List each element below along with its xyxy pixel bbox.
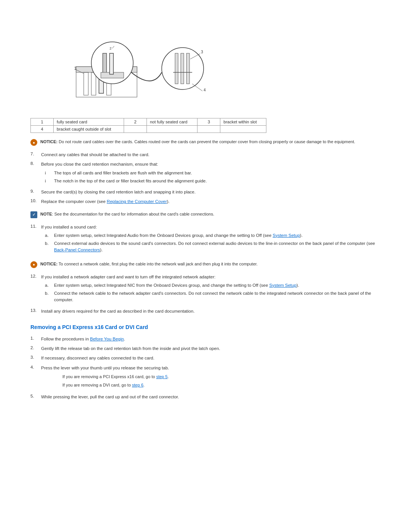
removal-step-4-note-1-before: If you are removing a PCI Express x16 ca… — [62, 374, 156, 379]
installation-diagram: 1 2 3 4 — [53, 11, 381, 110]
step-11-sub-a-after: ). — [300, 233, 303, 238]
removal-step-4-note-1-link[interactable]: step 5 — [156, 374, 167, 379]
step-12-sub-a: a. Enter system setup, select Integrated… — [45, 282, 381, 289]
step-8-sub-1: i The tops of all cards and filler brack… — [45, 170, 381, 176]
removal-step-4-note-1-after: . — [167, 374, 169, 379]
step-8-text: Before you close the card retention mech… — [41, 162, 158, 166]
step-12-text: If you installed a network adapter card … — [41, 275, 215, 279]
step-11-sub-b-before: Connect external audio devices to the so… — [54, 241, 375, 246]
step-11-sub-a-before: Enter system setup, select Integrated Au… — [54, 233, 272, 238]
svg-rect-16 — [175, 53, 178, 84]
svg-text:2: 2 — [110, 46, 112, 50]
removal-step-1-link[interactable]: Before You Begin — [90, 337, 124, 341]
step-11-sub-b: b. Connect external audio devices to the… — [45, 240, 381, 254]
svg-rect-3 — [91, 72, 96, 95]
step-10-link[interactable]: Replacing the Computer Cover — [107, 199, 167, 204]
table-cell-label2: not fully seated card — [147, 118, 197, 126]
removal-step-4: 4. Press the lever with your thumb until… — [30, 365, 381, 391]
step-10: 10. Replace the computer cover (see Repl… — [30, 198, 381, 205]
step-11-sub-b-text: Connect external audio devices to the so… — [54, 240, 381, 254]
step-12-alpha-b: b. — [45, 290, 51, 304]
removal-step-1-content: Follow the procedures in Before You Begi… — [41, 336, 381, 342]
step-8-sub-2: i The notch in the top of the card or fi… — [45, 178, 381, 184]
note-prefix-1: NOTE — [40, 212, 52, 216]
notice-body-1: Do not route card cables over the cards.… — [57, 139, 355, 144]
diagram-svg: 1 2 3 4 — [53, 13, 221, 109]
steps-section-removal: 1. Follow the procedures in Before You B… — [30, 336, 381, 400]
step-11-sublist: a. Enter system setup, select Integrated… — [45, 232, 381, 254]
svg-rect-17 — [181, 53, 184, 84]
svg-line-23 — [192, 84, 202, 91]
notice-block-2: ● NOTICE: To connect a network cable, fi… — [30, 261, 381, 268]
removal-step-4-text: Press the lever with your thumb until yo… — [41, 366, 169, 370]
step-11-num: 11. — [30, 224, 39, 228]
notice-block-1: ● NOTICE: Do not route card cables over … — [30, 139, 381, 146]
step-8-sub-text-1: The tops of all cards and filler bracket… — [54, 170, 192, 176]
removal-step-2-text: Gently lift the release tab on the card … — [41, 345, 381, 352]
table-cell-label6 — [220, 126, 266, 133]
table-cell-label4: bracket caught outside of slot — [54, 126, 124, 133]
step-10-num: 10. — [30, 198, 39, 203]
table-cell-label5 — [147, 126, 197, 133]
svg-rect-10 — [103, 53, 107, 74]
note-block-1: ✓ NOTE: See the documentation for the ca… — [30, 211, 381, 218]
note-body-1: : See the documentation for the card for… — [52, 212, 214, 216]
removal-step-4-notes: If you are removing a PCI Express x16 ca… — [53, 374, 381, 388]
step-7: 7. Connect any cables that should be att… — [30, 152, 381, 158]
removal-step-5-text: While pressing the lever, pull the card … — [41, 394, 381, 400]
reference-table: 1 fully seated card 2 not fully seated c… — [30, 118, 266, 133]
removal-step-2: 2. Gently lift the release tab on the ca… — [30, 345, 381, 352]
step-11-sub-b-link[interactable]: Back-Panel Connectors — [54, 248, 100, 252]
step-8-sublist: i The tops of all cards and filler brack… — [45, 170, 381, 185]
notice-prefix-2: NOTICE: — [40, 262, 57, 266]
step-12-sublist: a. Enter system setup, select Integrated… — [45, 282, 381, 304]
removal-step-4-note-2-after: . — [143, 383, 145, 387]
step-12-sub-a-after: ). — [296, 283, 299, 288]
step-11-sub-a: a. Enter system setup, select Integrated… — [45, 232, 381, 239]
step-8-roman-2: i — [45, 178, 51, 184]
section-heading-removal: Removing a PCI Express x16 Card or DVI C… — [30, 324, 381, 330]
step-10-text-after: ). — [167, 199, 169, 204]
table-cell-num6 — [198, 126, 220, 133]
step-11-sub-b-after: ). — [100, 248, 103, 252]
removal-step-3-num: 3. — [30, 355, 39, 359]
notice-icon-2: ● — [30, 261, 37, 268]
notice-text-1: NOTICE: Do not route card cables over th… — [40, 139, 355, 145]
step-10-content: Replace the computer cover (see Replacin… — [41, 198, 381, 205]
removal-step-5: 5. While pressing the lever, pull the ca… — [30, 394, 381, 400]
notice-text-2: NOTICE: To connect a network cable, firs… — [40, 261, 258, 267]
step-9: 9. Secure the card(s) by closing the car… — [30, 189, 381, 195]
svg-rect-18 — [186, 53, 190, 84]
table-cell-num5 — [124, 126, 147, 133]
removal-step-4-note-2-before: If you are removing a DVI card, go to — [62, 383, 132, 387]
step-12-sub-b: b. Connect the network cable to the netw… — [45, 290, 381, 304]
step-11-content: If you installed a sound card: a. Enter … — [41, 224, 381, 255]
steps-section-network: 12. If you installed a network adapter c… — [30, 274, 381, 315]
step-12-sub-a-link[interactable]: System Setup — [269, 283, 297, 288]
removal-step-3-text: If necessary, disconnect any cables conn… — [41, 355, 381, 361]
notice-icon-1: ● — [30, 139, 37, 146]
step-12-sub-a-before: Enter system setup, select Integrated NI… — [54, 283, 269, 288]
step-12-content: If you installed a network adapter card … — [41, 274, 381, 305]
step-7-num: 7. — [30, 152, 39, 156]
notice-prefix-1: NOTICE: — [40, 139, 57, 144]
table-cell-num1: 1 — [31, 118, 54, 126]
step-11-sub-a-link[interactable]: System Setup — [272, 233, 300, 238]
svg-text:4: 4 — [204, 88, 206, 92]
step-13-num: 13. — [30, 308, 39, 313]
step-8-content: Before you close the card retention mech… — [41, 161, 381, 186]
table-cell-label1: fully seated card — [54, 118, 124, 126]
step-11-alpha-a: a. — [45, 232, 51, 239]
table-cell-num2: 2 — [124, 118, 147, 126]
removal-step-2-num: 2. — [30, 345, 39, 350]
step-8-num: 8. — [30, 161, 39, 166]
step-12-sub-b-text: Connect the network cable to the network… — [54, 290, 381, 304]
table-cell-num3: 3 — [198, 118, 220, 126]
removal-step-5-num: 5. — [30, 394, 39, 398]
removal-step-1: 1. Follow the procedures in Before You B… — [30, 336, 381, 342]
table-cell-label3: bracket within slot — [220, 118, 266, 126]
step-12-num: 12. — [30, 274, 39, 278]
removal-step-4-note-2-link[interactable]: step 6 — [132, 383, 143, 387]
table-cell-num4: 4 — [31, 126, 54, 133]
step-13: 13. Install any drivers required for the… — [30, 308, 381, 315]
